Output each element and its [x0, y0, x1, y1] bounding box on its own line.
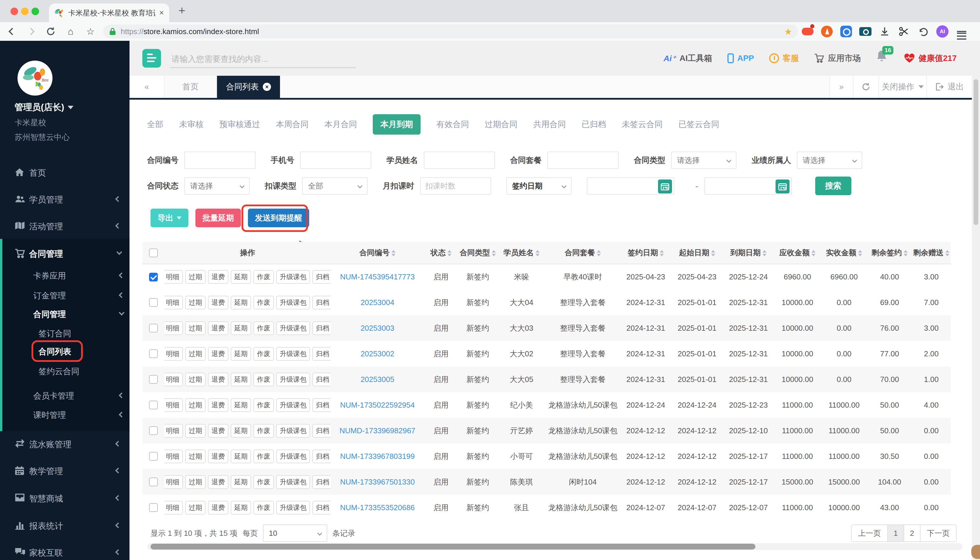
action-延期[interactable]: 延期	[231, 296, 251, 310]
action-过期[interactable]: 过期	[185, 296, 206, 310]
filter-tab-已归档[interactable]: 已归档	[582, 119, 606, 130]
scrollbar-thumb[interactable]	[151, 544, 756, 550]
select-all-checkbox[interactable]	[149, 248, 158, 257]
action-过期[interactable]: 过期	[185, 322, 206, 335]
user-role[interactable]: 管理员(店长)	[15, 102, 74, 113]
action-过期[interactable]: 过期	[185, 373, 206, 387]
column-header-应收金额[interactable]: 应收金额	[774, 242, 821, 264]
close-operations-button[interactable]: 关闭操作	[878, 76, 926, 98]
refresh-tab-button[interactable]	[853, 76, 878, 98]
sort-icon[interactable]	[391, 250, 395, 257]
contract-no[interactable]: NUM-1733553520686	[340, 503, 415, 512]
action-明细[interactable]: 明细	[164, 398, 183, 412]
tab-home[interactable]: 首页	[164, 76, 217, 98]
filter-tab-已签云合同[interactable]: 已签云合同	[678, 119, 719, 130]
sort-icon[interactable]	[903, 250, 908, 257]
download-icon[interactable]	[878, 25, 891, 38]
row-checkbox[interactable]	[149, 349, 158, 358]
action-过期[interactable]: 过期	[185, 424, 206, 438]
logout-button[interactable]: 退出	[926, 76, 972, 98]
row-checkbox[interactable]	[149, 478, 158, 486]
row-checkbox[interactable]	[149, 503, 158, 512]
sort-icon[interactable]	[597, 250, 601, 257]
sort-icon[interactable]	[945, 250, 949, 257]
forward-icon[interactable]	[25, 22, 37, 41]
action-归档[interactable]: 归档	[313, 475, 331, 489]
action-延期[interactable]: 延期	[231, 424, 251, 438]
action-明细[interactable]: 明细	[164, 373, 183, 387]
sidebar-item-签订合同[interactable]: 签订合同	[0, 325, 129, 342]
row-checkbox[interactable]	[149, 452, 158, 461]
action-明细[interactable]: 明细	[164, 296, 183, 310]
contract-no[interactable]: 20253005	[361, 375, 394, 384]
action-归档[interactable]: 归档	[313, 424, 331, 438]
action-过期[interactable]: 过期	[185, 475, 206, 489]
action-退费[interactable]: 退费	[208, 347, 228, 361]
月扣课时-input[interactable]	[420, 177, 491, 195]
calendar-icon[interactable]	[658, 180, 672, 193]
sidebar-toggle-button[interactable]	[142, 49, 161, 68]
sort-icon[interactable]	[535, 250, 540, 257]
sidebar-item-报表统计[interactable]: 报表统计	[0, 517, 129, 534]
health-score[interactable]: 健康值217	[904, 53, 957, 64]
column-header-合同类型[interactable]: 合同类型	[458, 242, 498, 264]
global-search-input[interactable]: 请输入您需要查找的内容...	[172, 53, 268, 65]
column-header-剩余赠送[interactable]: 剩余赠送	[912, 242, 951, 264]
next-page-button[interactable]: 下一页	[920, 525, 956, 542]
contract-no[interactable]: NUM-1733967501330	[340, 478, 415, 486]
action-过期[interactable]: 过期	[185, 270, 206, 284]
filter-tab-未签云合同[interactable]: 未签云合同	[622, 119, 663, 130]
export-button[interactable]: 导出	[151, 208, 188, 227]
action-明细[interactable]: 明细	[164, 270, 183, 284]
action-作废[interactable]: 作废	[253, 296, 274, 310]
action-升级课包[interactable]: 升级课包	[276, 501, 310, 515]
sort-icon[interactable]	[811, 250, 816, 257]
action-升级课包[interactable]: 升级课包	[276, 270, 310, 284]
history-extension-icon[interactable]	[840, 25, 852, 38]
row-checkbox[interactable]	[149, 426, 158, 435]
sidebar-item-会员卡管理[interactable]: 会员卡管理	[0, 387, 129, 404]
sort-icon[interactable]	[711, 250, 715, 257]
action-升级课包[interactable]: 升级课包	[276, 322, 310, 335]
filter-tab-未审核[interactable]: 未审核	[179, 119, 204, 130]
合同编号-input[interactable]	[184, 152, 256, 169]
action-退费[interactable]: 退费	[208, 450, 228, 463]
url-bar[interactable]: https://store.kamios.com/index-store.htm…	[103, 25, 798, 38]
floating-widget[interactable]	[971, 545, 980, 559]
sort-icon[interactable]	[858, 250, 862, 257]
学员姓名-input[interactable]	[424, 152, 495, 169]
action-过期[interactable]: 过期	[185, 450, 206, 463]
ai-extension-icon[interactable]: AI	[936, 25, 948, 38]
action-明细[interactable]: 明细	[164, 450, 183, 463]
traffic-light-close[interactable]	[10, 8, 18, 15]
prev-page-button[interactable]: 上一页	[852, 525, 887, 542]
action-退费[interactable]: 退费	[208, 424, 228, 438]
row-checkbox[interactable]	[149, 375, 158, 384]
action-退费[interactable]: 退费	[208, 398, 228, 412]
sidebar-item-首页[interactable]: 首页	[0, 164, 129, 181]
sidebar-item-签约云合同[interactable]: 签约云合同	[0, 362, 129, 380]
业绩所属人-select[interactable]: 请选择	[797, 152, 862, 169]
column-header-到期日期[interactable]: 到期日期	[723, 242, 774, 264]
sidebar-item-家校互联[interactable]: 家校互联	[0, 544, 129, 560]
customer-service-button[interactable]: 客服	[769, 53, 799, 64]
vscrollbar-thumb[interactable]	[973, 79, 978, 225]
new-tab-button[interactable]: +	[179, 4, 185, 17]
action-明细[interactable]: 明细	[164, 347, 183, 361]
filter-tab-本月合同[interactable]: 本月合同	[324, 119, 357, 130]
action-退费[interactable]: 退费	[208, 475, 228, 489]
action-归档[interactable]: 归档	[313, 322, 331, 335]
contract-no[interactable]: 20253002	[361, 349, 394, 358]
sort-icon[interactable]	[447, 250, 452, 257]
action-延期[interactable]: 延期	[231, 373, 251, 387]
action-升级课包[interactable]: 升级课包	[276, 373, 310, 387]
filter-tab-全部[interactable]: 全部	[147, 119, 163, 130]
sidebar-item-合同列表[interactable]: 合同列表	[0, 343, 129, 360]
rocket-extension-icon[interactable]	[821, 25, 833, 38]
reload-icon[interactable]	[44, 22, 57, 41]
bookmark-filled-icon[interactable]: ★	[784, 27, 792, 37]
batch-extend-button[interactable]: 批量延期	[196, 208, 241, 227]
contract-no[interactable]: NUMD-173396982967	[339, 426, 415, 435]
action-升级课包[interactable]: 升级课包	[276, 347, 310, 361]
row-checkbox[interactable]	[149, 401, 158, 409]
